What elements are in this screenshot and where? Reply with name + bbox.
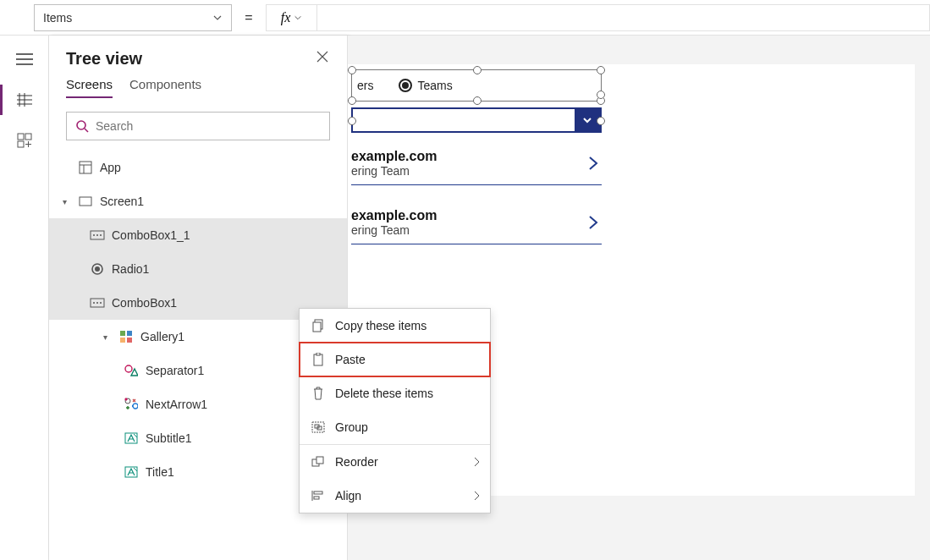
screen-icon xyxy=(78,194,93,209)
selection-handle[interactable] xyxy=(348,66,356,74)
radio-dot-icon xyxy=(399,79,412,92)
radio-option-2[interactable]: Teams xyxy=(393,79,452,92)
property-dropdown[interactable]: Items xyxy=(34,4,232,31)
gallery-item[interactable]: example.com ering Team xyxy=(351,203,602,244)
svg-rect-27 xyxy=(316,353,320,355)
label-icon xyxy=(124,464,139,480)
tree-item-app[interactable]: App xyxy=(49,151,347,184)
chevron-down-icon: ▾ xyxy=(63,197,71,206)
selection-handle[interactable] xyxy=(348,117,356,125)
formula-bar: Items = fx xyxy=(0,0,930,36)
paste-icon xyxy=(311,353,325,366)
tree-item-label: Screen1 xyxy=(100,195,144,208)
tree-item-label: Title1 xyxy=(146,465,174,479)
hamburger-icon[interactable] xyxy=(13,51,36,68)
label-icon xyxy=(124,431,139,446)
selection-handle[interactable] xyxy=(473,96,482,105)
equals-sign: = xyxy=(232,10,266,25)
svg-rect-34 xyxy=(314,497,319,499)
radio-option-label: ers xyxy=(357,79,373,92)
svg-point-3 xyxy=(77,121,85,129)
gallery-item-subtitle: ering Team xyxy=(351,164,586,178)
chevron-right-icon xyxy=(473,457,480,467)
svg-rect-2 xyxy=(18,141,24,147)
tree-view-nav-icon[interactable] xyxy=(13,91,36,108)
gallery-item-title: example.com xyxy=(351,149,586,164)
tab-screens[interactable]: Screens xyxy=(66,77,113,98)
svg-rect-19 xyxy=(127,338,132,343)
svg-rect-0 xyxy=(18,134,24,140)
icons-icon xyxy=(124,397,139,412)
ctx-align[interactable]: Align xyxy=(300,479,490,513)
selection-handle[interactable] xyxy=(597,117,605,125)
svg-point-7 xyxy=(93,234,95,236)
svg-rect-26 xyxy=(314,354,322,365)
tree-search[interactable] xyxy=(66,112,330,140)
svg-point-15 xyxy=(100,302,102,304)
trash-icon xyxy=(311,387,325,400)
tree-item-combobox1-1[interactable]: ComboBox1_1 xyxy=(49,218,347,252)
svg-point-9 xyxy=(100,234,102,236)
svg-rect-5 xyxy=(80,197,91,206)
radio-option-1[interactable]: ers xyxy=(352,79,373,92)
svg-rect-4 xyxy=(80,162,91,173)
tree-item-label: NextArrow1 xyxy=(146,398,207,411)
svg-point-8 xyxy=(96,234,98,236)
tree-item-label: Radio1 xyxy=(112,262,149,276)
svg-rect-33 xyxy=(314,491,322,494)
selection-handle[interactable] xyxy=(473,66,482,74)
search-input[interactable] xyxy=(96,119,321,133)
tab-components[interactable]: Components xyxy=(129,77,201,98)
selection-handle[interactable] xyxy=(348,96,356,105)
svg-point-14 xyxy=(96,302,98,304)
context-menu: Copy these items Paste Delete these item… xyxy=(299,308,491,513)
gallery-item[interactable]: example.com ering Team xyxy=(351,144,602,185)
radio-icon xyxy=(90,261,105,277)
ctx-label: Align xyxy=(335,489,361,502)
ctx-label: Paste xyxy=(335,353,366,366)
ctx-reorder[interactable]: Reorder xyxy=(300,445,490,479)
chevron-right-icon xyxy=(473,491,480,501)
svg-point-13 xyxy=(93,302,95,304)
chevron-down-icon xyxy=(294,14,302,22)
svg-rect-18 xyxy=(120,338,125,343)
tree-item-radio1[interactable]: Radio1 xyxy=(49,252,347,286)
ctx-delete[interactable]: Delete these items xyxy=(300,376,490,410)
copy-icon xyxy=(311,319,325,332)
gallery-icon xyxy=(118,329,134,344)
gallery-item-title: example.com xyxy=(351,208,586,223)
ctx-label: Copy these items xyxy=(335,319,426,332)
ctx-copy[interactable]: Copy these items xyxy=(300,309,490,343)
chevron-right-icon[interactable] xyxy=(586,214,602,231)
radio-control[interactable]: ers Teams xyxy=(351,69,602,102)
ctx-paste[interactable]: Paste xyxy=(300,343,490,376)
combobox-control[interactable] xyxy=(351,107,602,133)
svg-point-11 xyxy=(95,266,100,272)
tree-item-label: App xyxy=(100,161,121,174)
tree-view-title: Tree view xyxy=(49,36,347,77)
app-icon xyxy=(78,160,93,175)
svg-rect-16 xyxy=(120,331,125,336)
selection-handle[interactable] xyxy=(597,91,605,99)
ctx-label: Group xyxy=(335,420,368,434)
svg-point-20 xyxy=(125,365,132,372)
tree-item-label: ComboBox1_1 xyxy=(112,228,190,242)
property-name: Items xyxy=(43,11,72,25)
formula-input[interactable] xyxy=(316,4,930,31)
tree-item-screen1[interactable]: ▾ Screen1 xyxy=(49,184,347,218)
fx-button[interactable]: fx xyxy=(266,4,316,31)
tree-item-label: ComboBox1 xyxy=(112,296,177,310)
svg-rect-28 xyxy=(312,422,324,432)
combobox-icon xyxy=(90,295,105,310)
chevron-right-icon[interactable] xyxy=(586,155,602,172)
ctx-group[interactable]: Group xyxy=(300,410,490,444)
svg-rect-25 xyxy=(313,322,321,332)
close-icon[interactable] xyxy=(316,51,328,63)
fx-label: fx xyxy=(281,10,291,25)
reorder-icon xyxy=(311,455,325,469)
svg-rect-17 xyxy=(127,331,132,336)
selection-handle[interactable] xyxy=(597,66,605,74)
insert-nav-icon[interactable] xyxy=(13,132,36,149)
align-icon xyxy=(311,489,325,502)
radio-option-label: Teams xyxy=(417,79,452,92)
